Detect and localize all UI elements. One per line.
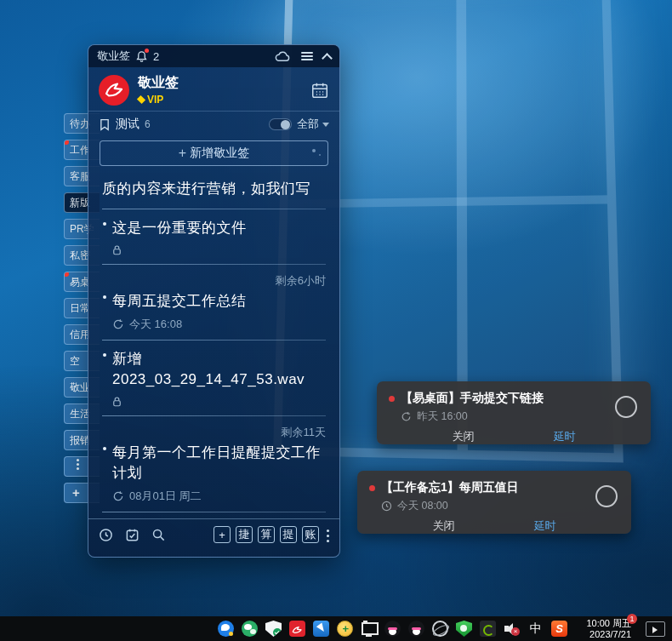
- remote-desktop-icon[interactable]: [361, 621, 377, 637]
- nvidia-icon[interactable]: [480, 621, 496, 637]
- mute-badge: ×: [511, 627, 520, 636]
- toast-title: 【工作备忘1】每周五值日: [381, 480, 519, 495]
- desktop: 待办 工作 客服 新版 PR学 私密 易桌 日常 信用 空 敬业 生活 报销 +…: [0, 0, 672, 641]
- quick-button-jie[interactable]: 捷: [236, 526, 253, 543]
- toast-close-button[interactable]: 关闭: [393, 518, 494, 534]
- note-title: 每月第一个工作日提醒提交工作计划: [112, 444, 321, 481]
- category-name[interactable]: 测试: [116, 117, 140, 132]
- quick-button-ti[interactable]: 提: [280, 526, 297, 543]
- reminder-time: 08月01日 周二: [129, 489, 202, 504]
- note-item[interactable]: 剩余11天 每月第一个工作日提醒提交工作计划 08月01日 周二: [102, 416, 326, 512]
- quick-label: 捷: [239, 527, 250, 542]
- divider: [102, 512, 326, 512]
- collapse-icon[interactable]: [322, 53, 333, 64]
- note-item[interactable]: 新增 2023_03_29_14_47_53.wav: [102, 341, 326, 415]
- ime-label: 中: [530, 621, 542, 637]
- menu-icon[interactable]: [301, 50, 313, 62]
- notes-list: 质的内容来进行营销，如我们写 这是一份重要的文件 剩余6小时 每周五提交工作总结…: [88, 168, 339, 518]
- coin-app-icon[interactable]: [337, 621, 353, 637]
- priority-dot: [389, 396, 395, 402]
- complete-circle[interactable]: [595, 485, 618, 507]
- note-item[interactable]: 剩余6小时 每周五提交工作总结 今天 16:08: [102, 265, 326, 340]
- ime-language-indicator[interactable]: 中: [527, 621, 544, 637]
- bottom-toolbar: + 捷 算 提 账: [88, 518, 339, 550]
- clock-time: 10:00: [586, 618, 610, 628]
- calendar-icon[interactable]: [310, 81, 329, 100]
- sidebar-tab-label: 空: [70, 355, 80, 367]
- todo-icon[interactable]: [125, 528, 140, 542]
- taskbar-clock[interactable]: 10:00 周五1 2023/7/21: [575, 618, 631, 640]
- add-note-label: 新增敬业签: [190, 146, 249, 161]
- quick-button-zhang[interactable]: 账: [302, 526, 319, 543]
- quick-button-suan[interactable]: 算: [258, 526, 275, 543]
- search-icon[interactable]: [151, 528, 166, 542]
- add-label: +: [72, 485, 80, 500]
- bell-badge-dot: [145, 49, 149, 53]
- sogou-input-icon[interactable]: S: [551, 621, 567, 637]
- category-count: 6: [145, 118, 151, 130]
- quick-label: 提: [283, 527, 294, 542]
- merge-toggle[interactable]: [269, 118, 292, 130]
- plus-label: +: [219, 529, 225, 541]
- sync-orbit-icon[interactable]: [432, 621, 448, 637]
- plus-icon: +: [179, 146, 186, 161]
- vip-badge[interactable]: VIP: [138, 94, 179, 106]
- remaining-label: 剩余11天: [102, 425, 326, 440]
- note-title: 每周五提交工作总结: [112, 293, 247, 309]
- clock-badge: 1: [627, 614, 637, 624]
- cloud-sync-icon[interactable]: [275, 50, 291, 63]
- qq-icon[interactable]: [384, 621, 401, 637]
- quick-label: 账: [305, 527, 316, 542]
- app-logo: [99, 75, 129, 106]
- toolbar-add-button[interactable]: +: [214, 526, 231, 543]
- time-reminder-icon[interactable]: [99, 528, 113, 542]
- wechat-icon[interactable]: [242, 621, 258, 637]
- notification-dot: [64, 140, 69, 145]
- volume-muted-icon[interactable]: ×: [504, 621, 520, 637]
- filter-dropdown[interactable]: 全部: [297, 117, 329, 132]
- sogou-label: S: [555, 622, 563, 635]
- jingyeqian-tray-icon[interactable]: [289, 621, 305, 637]
- note-title: 新增 2023_03_29_14_47_53.wav: [112, 351, 305, 387]
- quick-label: 算: [261, 527, 272, 542]
- action-center-button[interactable]: [646, 621, 665, 637]
- sparkle-icon: [312, 149, 316, 152]
- titlebar[interactable]: 敬业签 2: [88, 45, 339, 67]
- toast-close-button[interactable]: 关闭: [413, 429, 514, 444]
- note-partial-text[interactable]: 质的内容来进行营销，如我们写: [102, 178, 326, 200]
- attachment-icon: [111, 243, 326, 256]
- reminder-toast: 【工作备忘1】每周五值日 今天 08:00 关闭 延时: [357, 471, 631, 534]
- add-note-button[interactable]: + 新增敬业签: [100, 140, 328, 166]
- note-item[interactable]: 这是一份重要的文件: [102, 209, 326, 264]
- diamond-icon: [137, 95, 145, 104]
- security-shield-icon[interactable]: [265, 621, 282, 637]
- bookmark-icon: [99, 118, 111, 131]
- bullet-icon: [103, 447, 106, 450]
- clock-date: 2023/7/21: [575, 629, 631, 640]
- pointer-app-icon[interactable]: [313, 621, 329, 637]
- vip-label: VIP: [147, 94, 163, 106]
- toast-delay-button[interactable]: 延时: [514, 429, 615, 444]
- antivirus-shield-icon[interactable]: [456, 621, 472, 637]
- attachment-icon: [111, 395, 326, 408]
- bullet-icon: [103, 295, 106, 299]
- chevron-down-icon: [322, 123, 329, 127]
- notification-count: 2: [153, 50, 159, 63]
- complete-circle[interactable]: [615, 396, 637, 418]
- toolbar-more-icon[interactable]: [324, 528, 329, 542]
- note-title: 这是一份重要的文件: [112, 220, 247, 236]
- window-title: 敬业签: [97, 49, 130, 64]
- bullet-icon: [103, 222, 106, 226]
- chat-app-icon[interactable]: [218, 621, 234, 637]
- taskbar: × 中 S 10:00 周五1 2023/7/21: [0, 616, 672, 641]
- priority-dot: [369, 485, 375, 491]
- reminder-toast: 【易桌面】手动提交下链接 昨天 16:00 关闭 延时: [377, 381, 651, 444]
- bell-icon[interactable]: [135, 50, 148, 63]
- qq-icon-2[interactable]: [408, 621, 424, 637]
- repeat-reminder-icon: [401, 411, 412, 422]
- toast-delay-button[interactable]: 延时: [494, 518, 595, 534]
- reminder-time: 今天 16:08: [129, 317, 182, 332]
- clock-icon: [381, 501, 392, 512]
- app-name: 敬业签: [138, 74, 179, 92]
- toast-title: 【易桌面】手动提交下链接: [401, 391, 544, 406]
